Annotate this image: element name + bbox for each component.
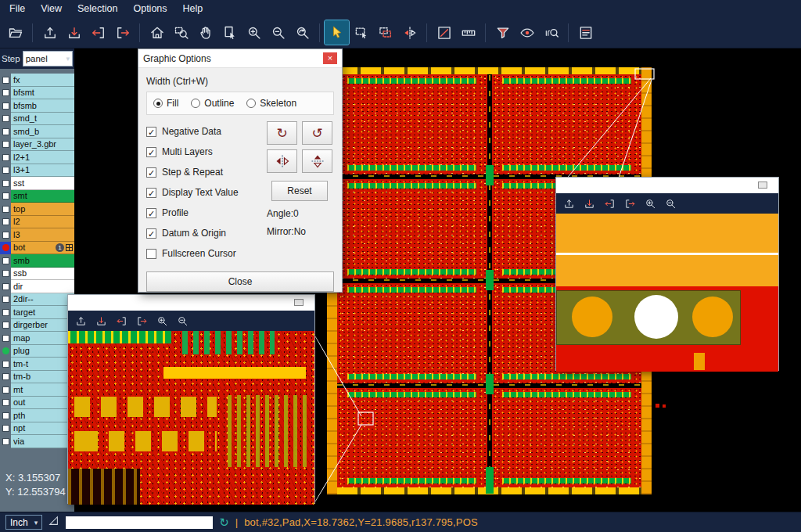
- layer-name[interactable]: npt: [11, 422, 74, 436]
- checkbox-display-text-value[interactable]: ✓Display Text Value: [146, 182, 260, 203]
- layer-check-cell[interactable]: [0, 113, 11, 126]
- layer-name[interactable]: smd_t: [11, 113, 74, 126]
- layer-name[interactable]: l2: [11, 216, 74, 229]
- layer-row-dir[interactable]: dir: [0, 280, 74, 293]
- pan-hand-button[interactable]: [193, 20, 217, 45]
- layer-row-smd_t[interactable]: smd_t: [0, 113, 74, 126]
- layer-name[interactable]: plug: [11, 345, 74, 358]
- open-folder-button[interactable]: [3, 20, 27, 45]
- layer-checkbox[interactable]: [2, 218, 9, 225]
- layer-check-cell[interactable]: [0, 125, 11, 138]
- layer-row-target[interactable]: target: [0, 306, 74, 319]
- layer-checkbox[interactable]: [2, 141, 9, 148]
- layer-checkbox[interactable]: [2, 115, 9, 122]
- layer-check-cell[interactable]: [0, 242, 11, 255]
- mirror-vertical-button[interactable]: [302, 149, 332, 173]
- dialog-titlebar[interactable]: Graphic Options ×: [138, 49, 342, 68]
- layer-name[interactable]: ssb: [11, 268, 74, 281]
- layer-row-out[interactable]: out: [0, 397, 74, 410]
- layer-row-smb[interactable]: smb: [0, 254, 74, 268]
- layer-row-pth[interactable]: pth: [0, 409, 74, 422]
- layer-checkbox[interactable]: [2, 154, 9, 161]
- group-select-button[interactable]: [373, 20, 397, 45]
- tray-right-button[interactable]: [132, 312, 151, 329]
- layer-row-via[interactable]: via: [0, 435, 74, 448]
- layer-row-map[interactable]: map: [0, 332, 74, 345]
- layer-checkbox[interactable]: [2, 412, 9, 419]
- tray-left-button[interactable]: [600, 195, 619, 212]
- net-search-button[interactable]: [539, 20, 563, 45]
- layer-checkbox[interactable]: [2, 257, 9, 264]
- layer-name[interactable]: l3: [11, 228, 74, 242]
- layer-name[interactable]: tm-t: [11, 358, 74, 371]
- layer-row-smd_b[interactable]: smd_b: [0, 125, 74, 138]
- layer-row-dirgerber[interactable]: dirgerber: [0, 319, 74, 332]
- layer-name[interactable]: target: [11, 306, 74, 319]
- layer-row-bfsmt[interactable]: bfsmt: [0, 87, 74, 100]
- layer-check-cell[interactable]: [0, 409, 11, 422]
- layer-name[interactable]: 2dir--: [11, 293, 74, 307]
- layer-checkbox[interactable]: [2, 102, 9, 110]
- layer-row-plug[interactable]: plug: [0, 345, 74, 358]
- eye-view-button[interactable]: [515, 20, 539, 45]
- magnifier-titlebar[interactable]: [556, 178, 778, 193]
- layer-checkbox[interactable]: [2, 296, 9, 303]
- layer-checkbox[interactable]: [2, 322, 9, 329]
- layer-checkbox[interactable]: [2, 206, 9, 213]
- layer-name[interactable]: smd_b: [11, 125, 74, 138]
- menu-file[interactable]: File: [2, 2, 33, 16]
- layer-check-cell[interactable]: [0, 422, 11, 436]
- zoom-in-button[interactable]: [153, 312, 171, 329]
- rotate-ccw-button[interactable]: ↺: [302, 121, 332, 145]
- zoom-out-button[interactable]: [661, 195, 680, 212]
- layer-row-2dir--[interactable]: 2dir--: [0, 293, 74, 307]
- layer-name[interactable]: bfsmb: [11, 99, 74, 113]
- layer-checkbox[interactable]: [2, 283, 9, 290]
- layer-checkbox[interactable]: [2, 335, 9, 342]
- layer-name[interactable]: tm-b: [11, 371, 74, 384]
- layer-check-cell[interactable]: [0, 177, 11, 190]
- layer-name[interactable]: smt: [11, 190, 74, 203]
- radio-outline[interactable]: Outline: [191, 98, 234, 109]
- tray-down-button[interactable]: [580, 195, 598, 212]
- zoom-previous-button[interactable]: [290, 20, 314, 45]
- layer-name[interactable]: pth: [11, 409, 74, 422]
- layer-check-cell[interactable]: [0, 254, 11, 268]
- tray-right-button[interactable]: [110, 20, 135, 45]
- layer-row-bot[interactable]: bot1: [0, 242, 74, 255]
- checkbox-negative-data[interactable]: ✓Negative Data: [146, 121, 260, 142]
- layer-name[interactable]: top: [11, 203, 74, 216]
- tray-up-button[interactable]: [71, 312, 90, 329]
- checkbox-multi-layers[interactable]: ✓Multi Layers: [146, 142, 260, 162]
- mirror-horizontal-button[interactable]: [267, 149, 297, 173]
- layer-row-mt[interactable]: mt: [0, 383, 74, 397]
- layer-checkbox[interactable]: [2, 386, 9, 394]
- checkbox-fullscreen-cursor[interactable]: Fullscreen Cursor: [146, 243, 260, 264]
- layer-check-cell[interactable]: [0, 345, 11, 358]
- layer-row-layer_3.gbr[interactable]: layer_3.gbr: [0, 138, 74, 152]
- checkbox-step-repeat[interactable]: ✓Step & Repeat: [146, 162, 260, 182]
- layer-checkbox[interactable]: [2, 180, 9, 187]
- layer-row-l2[interactable]: l2: [0, 216, 74, 229]
- layer-check-cell[interactable]: [0, 203, 11, 216]
- menu-selection[interactable]: Selection: [70, 2, 125, 16]
- layer-checkbox[interactable]: [2, 438, 9, 445]
- layer-checkbox[interactable]: [2, 89, 9, 96]
- home-button[interactable]: [145, 20, 169, 45]
- zoom-out-button[interactable]: [173, 312, 192, 329]
- window-button-icon[interactable]: [758, 182, 767, 189]
- menu-help[interactable]: Help: [175, 2, 211, 16]
- menu-view[interactable]: View: [33, 2, 70, 16]
- unit-select[interactable]: Inch ▾: [5, 515, 42, 530]
- layer-checkbox[interactable]: [2, 270, 9, 277]
- layer-check-cell[interactable]: [0, 151, 11, 164]
- layer-name[interactable]: l2+1: [11, 151, 74, 164]
- layer-checkbox[interactable]: [2, 425, 9, 432]
- tray-down-button[interactable]: [62, 20, 86, 45]
- layer-name[interactable]: layer_3.gbr: [11, 138, 74, 152]
- layer-name[interactable]: dirgerber: [11, 319, 74, 332]
- layer-check-cell[interactable]: [0, 280, 11, 293]
- window-button-icon[interactable]: [294, 299, 304, 306]
- zoom-out-button[interactable]: [266, 20, 290, 45]
- magnifier-window-1[interactable]: [67, 294, 315, 504]
